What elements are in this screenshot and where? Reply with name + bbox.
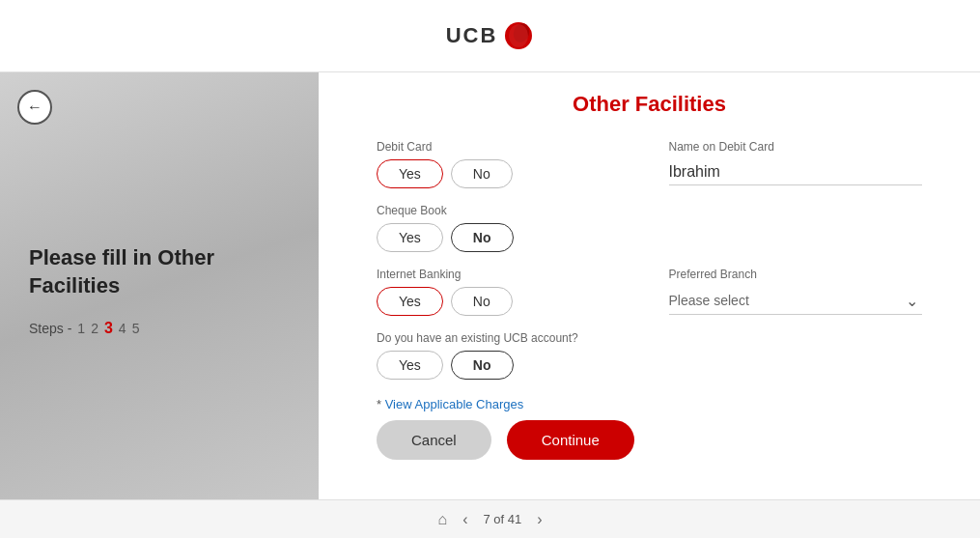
cheque-book-right-spacer xyxy=(669,204,923,252)
charges-link-area: * View Applicable Charges xyxy=(377,397,523,411)
existing-account-yes-button[interactable]: Yes xyxy=(377,351,443,380)
debit-card-group: Debit Card Yes No xyxy=(377,140,630,188)
right-panel: Other Facilities Debit Card Yes No Name … xyxy=(319,72,980,499)
main-container: UCB ← Please fill in Other Facilities St… xyxy=(0,0,980,538)
step-3-active: 3 xyxy=(104,320,113,337)
step-4: 4 xyxy=(119,321,126,336)
name-on-debit-card-input[interactable] xyxy=(669,159,923,185)
preferred-branch-select[interactable]: Please select Branch 1 Branch 2 Branch 3 xyxy=(669,287,923,314)
steps-row: Steps - 1 2 3 4 5 xyxy=(29,320,290,337)
back-button[interactable]: ← xyxy=(17,90,52,125)
preferred-branch-group: Preferred Branch Please select Branch 1 … xyxy=(669,268,923,316)
steps-label: Steps - xyxy=(29,321,71,336)
preferred-branch-select-wrapper: Please select Branch 1 Branch 2 Branch 3… xyxy=(669,287,923,315)
internet-banking-label: Internet Banking xyxy=(377,268,630,281)
back-arrow-icon: ← xyxy=(27,99,42,115)
footer: ⌂ ‹ 7 of 41 › xyxy=(0,499,980,538)
existing-account-label: Do you have an existing UCB account? xyxy=(377,331,630,345)
svg-point-2 xyxy=(509,24,528,47)
debit-card-label: Debit Card xyxy=(377,140,630,154)
preferred-branch-label: Preferred Branch xyxy=(669,268,923,281)
debit-card-yes-button[interactable]: Yes xyxy=(377,159,443,188)
header: UCB xyxy=(0,0,980,72)
step-2: 2 xyxy=(91,321,98,336)
name-on-debit-card-group: Name on Debit Card xyxy=(669,140,923,188)
internet-banking-toggle: Yes No xyxy=(377,287,630,316)
left-panel: ← Please fill in Other Facilities Steps … xyxy=(0,72,319,499)
continue-button[interactable]: Continue xyxy=(507,420,634,460)
prev-icon[interactable]: ‹ xyxy=(462,511,467,528)
ucb-logo-icon xyxy=(503,20,534,51)
internet-banking-no-button[interactable]: No xyxy=(451,287,513,316)
charges-link-row: * View Applicable Charges xyxy=(377,395,922,412)
debit-card-toggle: Yes No xyxy=(377,159,630,188)
existing-account-group: Do you have an existing UCB account? Yes… xyxy=(377,331,630,380)
cancel-button[interactable]: Cancel xyxy=(377,420,491,460)
cheque-book-group: Cheque Book Yes No xyxy=(377,204,630,252)
step-1: 1 xyxy=(77,321,85,336)
action-buttons-row: Cancel Continue xyxy=(377,420,922,460)
existing-account-toggle: Yes No xyxy=(377,351,630,380)
name-on-debit-card-label: Name on Debit Card xyxy=(669,140,923,154)
existing-account-right-spacer xyxy=(669,331,923,395)
form-title: Other Facilities xyxy=(377,92,922,117)
step-5: 5 xyxy=(132,321,140,336)
debit-card-no-button[interactable]: No xyxy=(451,159,513,188)
cheque-book-no-button[interactable]: No xyxy=(451,223,514,252)
logo-area: UCB xyxy=(446,20,535,51)
panel-title: Please fill in Other Facilities xyxy=(29,244,290,299)
existing-account-no-button[interactable]: No xyxy=(451,351,514,380)
charges-link[interactable]: View Applicable Charges xyxy=(385,397,524,411)
logo-text: UCB xyxy=(446,23,498,48)
page-info: 7 of 41 xyxy=(483,512,521,526)
charges-prefix: * xyxy=(377,397,385,411)
home-icon[interactable]: ⌂ xyxy=(437,511,447,528)
internet-banking-group: Internet Banking Yes No xyxy=(377,268,630,316)
internet-banking-yes-button[interactable]: Yes xyxy=(377,287,443,316)
cheque-book-yes-button[interactable]: Yes xyxy=(377,223,443,252)
cheque-book-toggle: Yes No xyxy=(377,223,630,252)
left-panel-content: Please fill in Other Facilities Steps - … xyxy=(29,101,290,480)
cheque-book-label: Cheque Book xyxy=(377,204,630,217)
content-area: ← Please fill in Other Facilities Steps … xyxy=(0,72,980,499)
next-icon[interactable]: › xyxy=(537,511,542,528)
form-grid: Debit Card Yes No Name on Debit Card Che… xyxy=(377,140,922,460)
